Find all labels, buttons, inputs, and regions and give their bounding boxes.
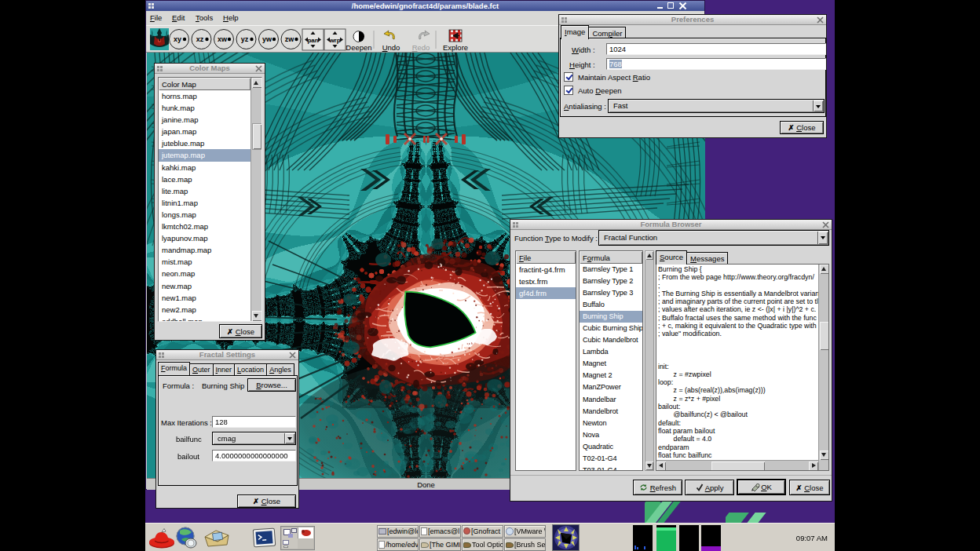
svg-text:yz: yz <box>241 35 249 43</box>
svg-text:xz: xz <box>196 35 204 43</box>
svg-text:Explore: Explore <box>443 43 468 52</box>
svg-text:Deepen: Deepen <box>346 43 371 52</box>
svg-text:Redo: Redo <box>412 43 430 52</box>
svg-text:pan: pan <box>307 37 318 44</box>
svg-text:xw: xw <box>218 35 228 43</box>
svg-text:Undo: Undo <box>382 43 400 52</box>
svg-text:yw: yw <box>262 35 272 43</box>
svg-text:zw: zw <box>285 35 295 43</box>
svg-text:xy: xy <box>174 35 181 43</box>
